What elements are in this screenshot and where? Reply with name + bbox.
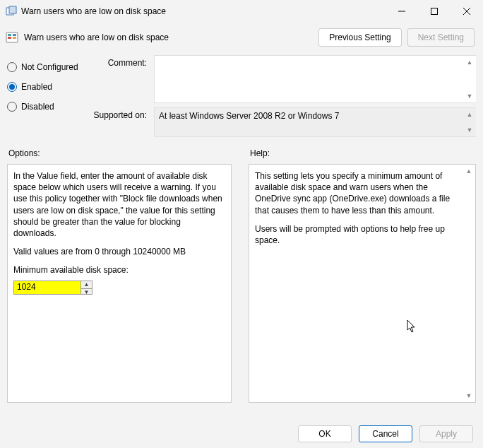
spinner-down-icon[interactable]: ▼	[81, 289, 92, 297]
svg-rect-7	[8, 34, 11, 36]
spinner-up-icon[interactable]: ▲	[81, 281, 92, 290]
maximize-button[interactable]	[418, 0, 451, 23]
state-options: Not Configured Enabled Disabled	[7, 55, 92, 141]
scroll-down-icon[interactable]: ▼	[464, 391, 474, 401]
svg-rect-10	[13, 37, 16, 39]
radio-icon	[7, 82, 17, 92]
comment-input[interactable]: ▲ ▼	[154, 55, 476, 103]
scroll-down-icon[interactable]: ▼	[465, 91, 475, 101]
radio-label: Enabled	[21, 82, 52, 92]
next-setting-button[interactable]: Next Setting	[407, 28, 475, 47]
radio-icon	[7, 102, 17, 112]
policy-title: Warn users who are low on disk space	[24, 33, 313, 42]
help-text-1: This setting lets you specify a minimum …	[255, 170, 463, 216]
radio-not-configured[interactable]: Not Configured	[7, 58, 92, 76]
scroll-up-icon[interactable]: ▲	[464, 166, 474, 176]
help-scrollbar[interactable]: ▲ ▼	[464, 165, 475, 402]
scroll-up-icon[interactable]: ▲	[465, 110, 475, 119]
options-panel: In the Value field, enter the amount of …	[7, 164, 232, 403]
scroll-up-icon[interactable]: ▲	[465, 57, 475, 67]
app-icon	[6, 6, 17, 17]
options-description: In the Value field, enter the amount of …	[13, 170, 225, 239]
minimize-button[interactable]	[386, 0, 418, 23]
help-text-2: Users will be prompted with options to h…	[255, 223, 463, 246]
cancel-button[interactable]: Cancel	[359, 425, 412, 442]
svg-rect-8	[8, 37, 11, 39]
help-panel: This setting lets you specify a minimum …	[249, 164, 476, 403]
titlebar: Warn users who are low on disk space	[0, 0, 483, 23]
policy-icon	[6, 31, 18, 44]
minimum-space-label: Minimum available disk space:	[13, 264, 225, 276]
svg-rect-1	[9, 6, 16, 13]
options-valid-values: Valid values are from 0 through 10240000…	[13, 246, 225, 257]
close-button[interactable]	[451, 0, 483, 23]
radio-enabled[interactable]: Enabled	[7, 78, 92, 96]
supported-on-value: At least Windows Server 2008 R2 or Windo…	[159, 111, 339, 121]
previous-setting-button[interactable]: Previous Setting	[318, 28, 401, 47]
supported-on-label: Supported on:	[92, 107, 154, 137]
apply-button[interactable]: Apply	[419, 425, 473, 442]
dialog-buttons: OK Cancel Apply	[298, 425, 473, 442]
minimum-space-value[interactable]: 1024	[14, 281, 80, 294]
minimum-space-spinner[interactable]: 1024 ▲ ▼	[13, 281, 93, 295]
svg-rect-9	[13, 34, 16, 36]
supported-on-box: At least Windows Server 2008 R2 or Windo…	[154, 107, 476, 137]
radio-disabled[interactable]: Disabled	[7, 98, 92, 116]
ok-button[interactable]: OK	[298, 425, 352, 442]
options-label: Options:	[7, 148, 232, 158]
svg-rect-3	[431, 8, 438, 15]
window-title: Warn users who are low on disk space	[21, 6, 386, 16]
radio-icon	[7, 62, 17, 72]
scroll-down-icon[interactable]: ▼	[465, 125, 475, 135]
radio-label: Not Configured	[21, 62, 78, 72]
subheader: Warn users who are low on disk space Pre…	[0, 23, 483, 52]
help-label: Help:	[249, 148, 476, 158]
radio-label: Disabled	[21, 102, 54, 112]
comment-label: Comment:	[92, 55, 154, 103]
